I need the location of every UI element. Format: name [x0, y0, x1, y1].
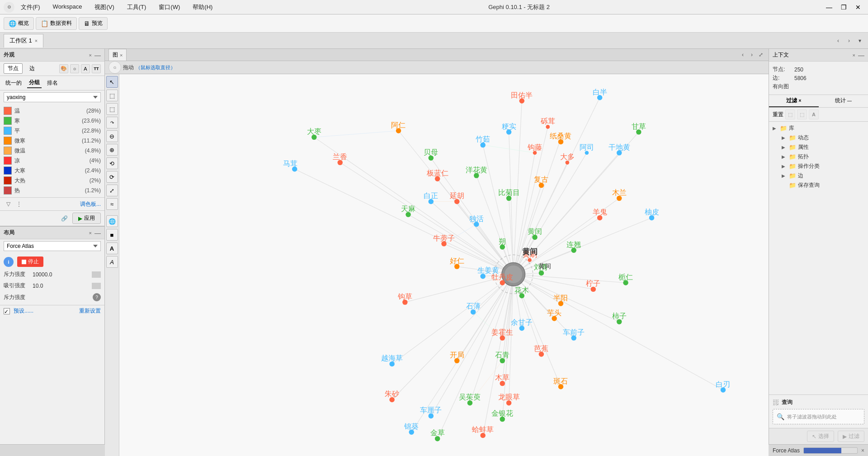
- square-tool[interactable]: ■: [106, 229, 118, 241]
- graph-tab[interactable]: 图 ×: [108, 49, 127, 61]
- zoom-fit-tool[interactable]: ⤢: [106, 185, 118, 196]
- graph-nav-right[interactable]: ›: [748, 51, 756, 59]
- redo-tool[interactable]: ⟳: [106, 171, 118, 183]
- globe-tool[interactable]: 🌐: [106, 215, 118, 227]
- appearance-close[interactable]: ×: [89, 52, 92, 58]
- select-tool[interactable]: ↖: [106, 76, 118, 88]
- filter-icon[interactable]: ▽: [4, 200, 13, 209]
- layout-minimize[interactable]: —: [94, 230, 101, 236]
- partition-tab[interactable]: 分组: [27, 78, 42, 88]
- reset-label[interactable]: 重置: [773, 111, 783, 119]
- tree-item-0[interactable]: ▶ 📁 动态: [782, 133, 864, 142]
- layout-dropdown[interactable]: Force Atlas: [4, 241, 101, 251]
- color-icon[interactable]: 🎨: [59, 64, 68, 73]
- tab-nav-left[interactable]: ‹: [834, 36, 843, 45]
- menu-workspace[interactable]: Workspace: [50, 1, 85, 13]
- preview-button[interactable]: 🖥 预览: [79, 17, 108, 30]
- filter-tool-1[interactable]: ⬚: [785, 109, 795, 119]
- context-header: 上下文 × —: [769, 49, 868, 62]
- node-tab[interactable]: 节点: [4, 63, 23, 74]
- text-a-tool[interactable]: A: [106, 242, 118, 254]
- attraction-slider[interactable]: [92, 283, 101, 289]
- gephi-logo[interactable]: G: [108, 61, 121, 74]
- menu-view[interactable]: 视图(V): [92, 1, 117, 13]
- workspace-tab-1[interactable]: 工作区 1 ×: [4, 34, 43, 48]
- graph-canvas[interactable]: 阿仁 白半 田佑半 大枣 兰香 马茸 竹: [119, 74, 769, 456]
- reset-button[interactable]: 重新设置: [79, 307, 101, 315]
- menu-file[interactable]: 文件(F): [18, 1, 43, 13]
- font-size-icon[interactable]: TT: [92, 64, 101, 73]
- funnel-icon[interactable]: ⋮: [14, 200, 24, 209]
- stats-tab[interactable]: 统计 —: [819, 95, 868, 107]
- menu-window[interactable]: 窗口(W): [156, 1, 183, 13]
- select-button[interactable]: ↖ 选择: [807, 431, 834, 442]
- lasso2-tool[interactable]: ⟲: [106, 157, 118, 169]
- edge-tab[interactable]: 边: [25, 63, 39, 74]
- text-icon[interactable]: A: [81, 64, 90, 73]
- tree-item-5[interactable]: 📁 保存查询: [782, 180, 864, 190]
- help-button[interactable]: ?: [93, 293, 101, 301]
- tab-nav-down[interactable]: ▾: [855, 36, 864, 45]
- menu-tools[interactable]: 工具(T): [124, 1, 149, 13]
- filter-tab[interactable]: 过滤 ×: [769, 95, 819, 107]
- palette-button[interactable]: 调色板...: [80, 200, 101, 208]
- tree-item-1[interactable]: ▶ 📁 属性: [782, 142, 864, 152]
- tree-expand-4[interactable]: ▶: [782, 173, 787, 178]
- ranking-tab[interactable]: 排名: [45, 78, 60, 88]
- filter-tool-2[interactable]: ⬚: [797, 109, 807, 119]
- footer-icons: ▽ ⋮: [4, 200, 24, 209]
- status-close[interactable]: ×: [861, 447, 864, 454]
- svg-line-60: [514, 274, 723, 390]
- layout-panel: 布局 × — Force Atlas i 停止: [0, 227, 104, 444]
- tree-expand-0[interactable]: ▶: [782, 135, 787, 140]
- lasso-tool[interactable]: ⬚: [106, 103, 118, 115]
- context-minimize[interactable]: —: [858, 52, 864, 58]
- svg-point-152: [552, 316, 557, 321]
- circle-icon[interactable]: ○: [70, 64, 79, 73]
- filter-tab-close[interactable]: ×: [799, 98, 802, 103]
- zoom-in-tool[interactable]: ⊕: [106, 144, 118, 156]
- tree-expand-3[interactable]: ▶: [782, 164, 787, 169]
- tree-item-2[interactable]: ▶ 📁 拓扑: [782, 152, 864, 162]
- menu-help[interactable]: 帮助(H): [190, 1, 215, 13]
- graph-nav-expand[interactable]: ⤢: [757, 51, 765, 59]
- filter-button[interactable]: ▶ 过滤: [838, 431, 864, 442]
- color-dropdown[interactable]: yaoxing: [4, 92, 101, 102]
- minimize-button[interactable]: —: [823, 2, 835, 12]
- appearance-minimize[interactable]: —: [94, 52, 101, 58]
- overview-button[interactable]: 🌐 概览: [4, 17, 34, 30]
- svg-text:钩草: 钩草: [397, 293, 412, 300]
- stop-button[interactable]: 停止: [17, 256, 43, 267]
- transform-tool[interactable]: ↷: [106, 117, 118, 128]
- tree-item-4[interactable]: ▶ 📁 边: [782, 171, 864, 180]
- filter-tool-text[interactable]: A: [809, 109, 819, 119]
- rect-select-tool[interactable]: ⬚: [106, 90, 118, 101]
- svg-point-168: [467, 400, 472, 405]
- workspace-tab-close[interactable]: ×: [35, 38, 38, 43]
- context-close[interactable]: ×: [853, 52, 855, 58]
- maximize-button[interactable]: ❐: [837, 2, 850, 12]
- graph-nav-left[interactable]: ‹: [739, 51, 747, 59]
- force-row: 斥力强度 ?: [4, 293, 101, 301]
- close-button[interactable]: ✕: [852, 2, 864, 12]
- repulsion-slider[interactable]: [92, 271, 101, 278]
- unified-tab[interactable]: 统一的: [4, 78, 24, 88]
- stats-tab-minimize[interactable]: —: [847, 98, 852, 103]
- tree-expand-2[interactable]: ▶: [782, 154, 787, 159]
- info-button[interactable]: i: [4, 257, 14, 267]
- text-b-tool[interactable]: A: [106, 256, 118, 268]
- edge-tool[interactable]: ≈: [106, 198, 118, 210]
- tab-nav-right[interactable]: ›: [844, 36, 854, 45]
- graph-tab-close[interactable]: ×: [120, 52, 123, 58]
- apply-button[interactable]: ▶ 应用: [72, 213, 101, 224]
- layout-close[interactable]: ×: [89, 230, 92, 236]
- zoom-out-tool[interactable]: ⊖: [106, 130, 118, 142]
- tree-expand-root[interactable]: ▶: [773, 126, 778, 131]
- data-button[interactable]: 📋 数据资料: [36, 17, 77, 30]
- checkbox-icon[interactable]: ✓: [4, 308, 10, 314]
- query-drop-area[interactable]: 🔍 将子滤波器拖动到此处: [773, 409, 864, 424]
- tree-root[interactable]: ▶ 📁 库: [773, 124, 864, 133]
- tree-item-3[interactable]: ▶ 📁 操作分类: [782, 162, 864, 171]
- tree-expand-1[interactable]: ▶: [782, 145, 787, 150]
- preset-button[interactable]: 预设......: [14, 307, 33, 315]
